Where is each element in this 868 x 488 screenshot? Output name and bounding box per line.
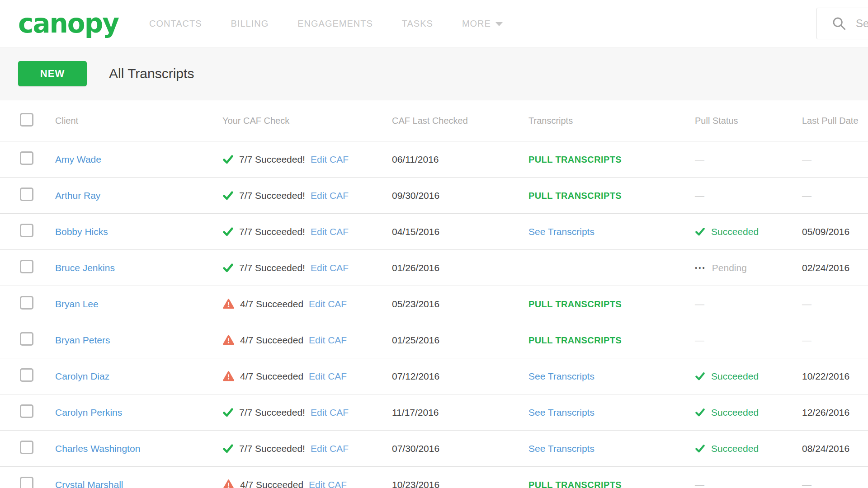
nav-item-billing[interactable]: BILLING — [231, 19, 269, 29]
last-pull-empty-dash: — — [802, 299, 811, 309]
caf-last-checked-date: 04/15/2016 — [392, 226, 528, 237]
row-checkbox[interactable] — [20, 441, 33, 454]
last-pull-date: 02/24/2016 — [802, 263, 849, 273]
pull-status-text: Succeeded — [711, 371, 759, 382]
client-link[interactable]: Carolyn Perkins — [55, 407, 122, 418]
column-header-caf-last-checked: CAF Last Checked — [392, 116, 528, 126]
client-link[interactable]: Bryan Lee — [55, 299, 99, 309]
row-checkbox[interactable] — [20, 404, 33, 418]
edit-caf-link[interactable]: Edit CAF — [311, 190, 349, 201]
new-button[interactable]: NEW — [18, 61, 87, 86]
caf-status-text: 7/7 Succeeded! — [239, 407, 305, 418]
caf-status-text: 4/7 Succeeded — [240, 371, 303, 382]
row-checkbox[interactable] — [20, 151, 33, 165]
pull-transcripts-button[interactable]: PULL TRANSCRIPTS — [528, 155, 622, 164]
caf-last-checked-date: 05/23/2016 — [392, 299, 528, 310]
edit-caf-link[interactable]: Edit CAF — [309, 299, 347, 310]
client-link[interactable]: Arthur Ray — [55, 190, 100, 201]
edit-caf-link[interactable]: Edit CAF — [311, 154, 349, 165]
edit-caf-link[interactable]: Edit CAF — [311, 226, 349, 237]
caf-last-checked-date: 07/30/2016 — [392, 443, 528, 454]
last-pull-date: 08/24/2016 — [802, 443, 849, 454]
row-checkbox[interactable] — [20, 188, 33, 201]
caf-status-text: 7/7 Succeeded! — [239, 263, 305, 273]
search-box[interactable] — [816, 8, 868, 39]
last-pull-date: 12/26/2016 — [802, 407, 849, 418]
client-link[interactable]: Charles Washington — [55, 443, 140, 454]
row-checkbox[interactable] — [20, 332, 33, 346]
pull-status-text: Succeeded — [711, 407, 759, 418]
caf-success-check-icon — [222, 407, 234, 418]
pull-transcripts-button[interactable]: PULL TRANSCRIPTS — [528, 299, 622, 309]
last-pull-empty-dash: — — [802, 479, 811, 488]
table-header: Client Your CAF Check CAF Last Checked T… — [0, 100, 868, 141]
caf-status-text: 7/7 Succeeded! — [239, 443, 305, 454]
caf-success-check-icon — [222, 154, 234, 165]
table-row: Charles Washington 7/7 Succeeded! Edit C… — [0, 430, 868, 466]
pull-transcripts-button[interactable]: PULL TRANSCRIPTS — [528, 480, 622, 488]
main-nav: CONTACTS BILLING ENGAGEMENTS TASKS MORE — [149, 19, 503, 29]
caf-last-checked-date: 10/23/2016 — [392, 479, 528, 488]
caf-last-checked-date: 01/26/2016 — [392, 263, 528, 273]
nav-item-contacts[interactable]: CONTACTS — [149, 19, 202, 29]
pull-status-empty-dash: — — [695, 299, 704, 310]
table-row: Crystal Marshall 4/7 Succeeded Edit CAF … — [0, 466, 868, 488]
edit-caf-link[interactable]: Edit CAF — [309, 371, 347, 382]
edit-caf-link[interactable]: Edit CAF — [311, 443, 349, 454]
table-row: Carolyn Perkins 7/7 Succeeded! Edit CAF … — [0, 394, 868, 430]
column-header-client: Client — [55, 116, 222, 126]
nav-item-more[interactable]: MORE — [462, 19, 503, 29]
table-row: Amy Wade 7/7 Succeeded! Edit CAF 06/11/2… — [0, 141, 868, 177]
edit-caf-link[interactable]: Edit CAF — [311, 407, 349, 418]
caf-success-check-icon — [222, 190, 234, 201]
nav-item-engagements[interactable]: ENGAGEMENTS — [297, 19, 373, 29]
row-checkbox[interactable] — [20, 224, 33, 237]
row-checkbox[interactable] — [20, 260, 33, 273]
row-checkbox[interactable] — [20, 296, 33, 310]
column-header-transcripts: Transcripts — [528, 116, 695, 126]
table-body: Amy Wade 7/7 Succeeded! Edit CAF 06/11/2… — [0, 141, 868, 488]
pull-transcripts-button[interactable]: PULL TRANSCRIPTS — [528, 335, 622, 345]
canopy-logo[interactable]: canopy — [18, 10, 118, 37]
pending-dots-icon: ••• — [695, 264, 706, 271]
pull-status-check-icon — [695, 226, 705, 237]
table-row: Arthur Ray 7/7 Succeeded! Edit CAF 09/30… — [0, 177, 868, 213]
caf-last-checked-date: 07/12/2016 — [392, 371, 528, 382]
column-header-your-caf-check: Your CAF Check — [222, 116, 392, 126]
last-pull-date: 05/09/2016 — [802, 226, 849, 237]
pull-transcripts-button[interactable]: PULL TRANSCRIPTS — [528, 191, 622, 201]
pull-status-empty-dash: — — [695, 190, 704, 201]
pull-status-text: Pending — [712, 263, 747, 273]
client-link[interactable]: Crystal Marshall — [55, 479, 123, 488]
caf-warning-icon — [222, 370, 235, 382]
row-checkbox[interactable] — [20, 477, 33, 488]
caf-warning-icon — [222, 334, 235, 346]
search-input[interactable] — [856, 17, 868, 30]
client-link[interactable]: Bruce Jenkins — [55, 263, 115, 273]
see-transcripts-link[interactable]: See Transcripts — [528, 371, 594, 381]
client-link[interactable]: Bryan Peters — [55, 335, 110, 345]
client-link[interactable]: Bobby Hicks — [55, 226, 108, 237]
caf-status-text: 4/7 Succeeded — [240, 479, 303, 488]
client-link[interactable]: Amy Wade — [55, 154, 101, 164]
caf-success-check-icon — [222, 443, 234, 454]
column-header-pull-status: Pull Status — [695, 116, 802, 126]
edit-caf-link[interactable]: Edit CAF — [311, 263, 349, 273]
client-link[interactable]: Carolyn Diaz — [55, 371, 109, 381]
caf-status-text: 7/7 Succeeded! — [239, 226, 305, 237]
caf-last-checked-date: 09/30/2016 — [392, 190, 528, 201]
edit-caf-link[interactable]: Edit CAF — [309, 335, 347, 346]
see-transcripts-link[interactable]: See Transcripts — [528, 443, 594, 454]
pull-status-empty-dash: — — [695, 335, 704, 346]
caf-last-checked-date: 11/17/2016 — [392, 407, 528, 418]
edit-caf-link[interactable]: Edit CAF — [309, 479, 347, 488]
caf-success-check-icon — [222, 226, 234, 237]
row-checkbox[interactable] — [20, 368, 33, 382]
last-pull-empty-dash: — — [802, 190, 811, 201]
select-all-checkbox[interactable] — [20, 113, 33, 127]
caf-warning-icon — [222, 298, 235, 310]
nav-item-tasks[interactable]: TASKS — [402, 19, 433, 29]
see-transcripts-link[interactable]: See Transcripts — [528, 407, 594, 418]
caf-last-checked-date: 01/25/2016 — [392, 335, 528, 346]
see-transcripts-link[interactable]: See Transcripts — [528, 226, 594, 237]
